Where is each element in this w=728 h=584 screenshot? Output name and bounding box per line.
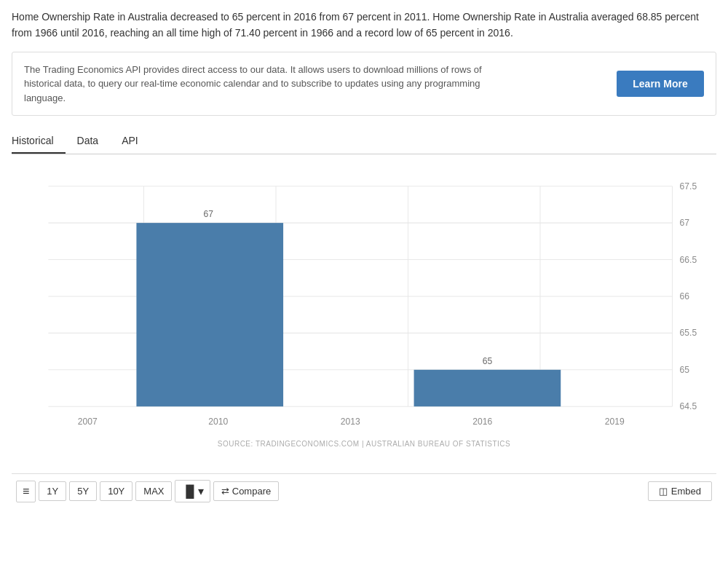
- svg-text:66.5: 66.5: [680, 255, 697, 265]
- chart-source: SOURCE: TRADINGECONOMICS.COM | AUSTRALIA…: [12, 440, 716, 448]
- api-banner: The Trading Economics API provides direc…: [12, 52, 716, 117]
- toolbar: ≡ 1Y 5Y 10Y MAX ▐▌▾ ⇄ Compare ◫ Embed: [12, 473, 716, 508]
- embed-icon: ◫: [659, 486, 668, 497]
- svg-text:65: 65: [483, 356, 493, 366]
- period-5y-button[interactable]: 5Y: [69, 481, 97, 501]
- svg-text:65.5: 65.5: [680, 328, 697, 339]
- api-banner-text: The Trading Economics API provides direc…: [24, 63, 519, 106]
- bar-2016: [414, 370, 561, 406]
- svg-text:65: 65: [680, 365, 690, 375]
- period-max-button[interactable]: MAX: [135, 481, 172, 501]
- period-10y-button[interactable]: 10Y: [100, 481, 132, 501]
- toolbar-right: ◫ Embed: [648, 481, 712, 501]
- svg-text:67: 67: [680, 218, 690, 228]
- tabs: Historical Data API: [12, 129, 716, 154]
- svg-text:66: 66: [680, 291, 690, 301]
- embed-button[interactable]: ◫ Embed: [648, 481, 712, 501]
- svg-text:2019: 2019: [605, 417, 625, 427]
- chart-area: 67.5 67 66.5 66 65.5 65 64.5 2007 2010 2…: [12, 162, 716, 467]
- description-text: Home Ownership Rate in Australia decreas…: [12, 9, 716, 42]
- svg-text:2016: 2016: [472, 417, 492, 427]
- bar-2010: [136, 223, 283, 406]
- tab-api[interactable]: API: [119, 129, 150, 154]
- svg-text:67: 67: [204, 209, 214, 219]
- svg-text:2007: 2007: [78, 417, 98, 427]
- toolbar-left: ≡ 1Y 5Y 10Y MAX ▐▌▾ ⇄ Compare: [16, 480, 279, 502]
- tab-data[interactable]: Data: [74, 129, 111, 154]
- svg-text:67.5: 67.5: [680, 181, 697, 192]
- embed-label: Embed: [671, 486, 701, 497]
- list-view-button[interactable]: ≡: [16, 481, 36, 502]
- chart-svg: 67.5 67 66.5 66 65.5 65 64.5 2007 2010 2…: [12, 162, 716, 438]
- tab-historical[interactable]: Historical: [12, 129, 66, 154]
- compare-button[interactable]: ⇄ Compare: [213, 481, 279, 501]
- learn-more-button[interactable]: Learn More: [617, 71, 704, 97]
- svg-text:2010: 2010: [208, 417, 228, 427]
- svg-text:2013: 2013: [341, 417, 360, 427]
- svg-text:64.5: 64.5: [680, 402, 697, 412]
- period-1y-button[interactable]: 1Y: [39, 481, 66, 501]
- chart-type-button[interactable]: ▐▌▾: [175, 480, 210, 502]
